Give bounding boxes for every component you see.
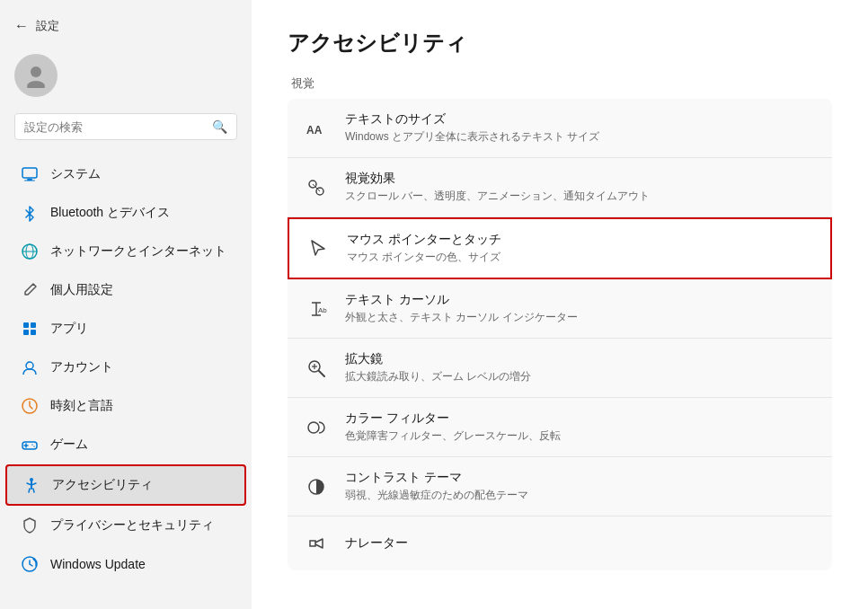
contrast-theme-text: コントラスト テーマ弱視、光線過敏症のための配色テーマ	[345, 470, 528, 503]
section-label: 視覚	[288, 75, 832, 92]
svg-rect-8	[23, 322, 29, 328]
sidebar-item-network[interactable]: ネットワークとインターネット	[5, 233, 246, 270]
sidebar-item-label-apps: アプリ	[50, 321, 88, 337]
magnifier-icon	[302, 354, 331, 383]
time-icon	[20, 396, 40, 416]
settings-item-color-filter[interactable]: カラー フィルター色覚障害フィルター、グレースケール、反転	[288, 398, 832, 457]
text-cursor-text: テキスト カーソル外観と太さ、テキスト カーソル インジケーター	[345, 292, 578, 325]
sidebar-item-time[interactable]: 時刻と言語	[5, 387, 246, 425]
color-filter-title: カラー フィルター	[345, 410, 561, 427]
narrator-icon	[302, 529, 331, 558]
settings-item-visual-effects[interactable]: 視覚効果スクロール バー、透明度、アニメーション、通知タイムアウト	[288, 158, 832, 217]
accessibility-icon	[22, 475, 41, 495]
gaming-icon	[20, 435, 40, 455]
page-title: アクセシビリティ	[288, 29, 832, 57]
visual-effects-desc: スクロール バー、透明度、アニメーション、通知タイムアウト	[345, 189, 650, 204]
back-button[interactable]: ← 設定	[0, 11, 252, 41]
sidebar-item-label-system: システム	[50, 166, 101, 182]
sidebar: ← 設定 🔍 システムBluetooth とデバイスネットワークとインターネット…	[0, 0, 252, 609]
sidebar-item-label-time: 時刻と言語	[50, 398, 113, 414]
search-icon: 🔍	[212, 119, 227, 134]
accounts-icon	[20, 357, 40, 377]
magnifier-text: 拡大鏡拡大鏡読み取り、ズーム レベルの増分	[345, 351, 531, 384]
svg-rect-2	[22, 168, 37, 178]
sidebar-item-accounts[interactable]: アカウント	[5, 349, 246, 386]
svg-point-18	[33, 446, 34, 446]
sidebar-item-gaming[interactable]: ゲーム	[5, 426, 246, 463]
sidebar-item-label-accounts: アカウント	[50, 359, 113, 375]
settings-item-text-size[interactable]: AAテキストのサイズWindows とアプリ全体に表示されるテキスト サイズ	[288, 99, 832, 158]
text-cursor-icon: Ab	[302, 295, 331, 323]
sidebar-item-apps[interactable]: アプリ	[5, 310, 246, 348]
text-size-icon: AA	[302, 114, 331, 143]
sidebar-item-label-windows-update: Windows Update	[50, 557, 146, 571]
sidebar-item-accessibility[interactable]: アクセシビリティ	[5, 464, 246, 506]
svg-point-12	[26, 362, 33, 369]
personalization-icon	[20, 280, 40, 300]
text-cursor-title: テキスト カーソル	[345, 292, 578, 308]
search-box[interactable]: 🔍	[14, 113, 237, 140]
sidebar-item-bluetooth[interactable]: Bluetooth とデバイス	[5, 194, 246, 232]
color-filter-desc: 色覚障害フィルター、グレースケール、反転	[345, 428, 561, 444]
narrator-text: ナレーター	[345, 535, 408, 552]
sidebar-item-label-bluetooth: Bluetooth とデバイス	[50, 205, 170, 221]
text-size-text: テキストのサイズWindows とアプリ全体に表示されるテキスト サイズ	[345, 111, 599, 145]
text-size-desc: Windows とアプリ全体に表示されるテキスト サイズ	[345, 129, 599, 145]
magnifier-desc: 拡大鏡読み取り、ズーム レベルの増分	[345, 369, 531, 384]
sidebar-item-system[interactable]: システム	[5, 155, 246, 193]
apps-icon	[20, 319, 40, 339]
svg-line-31	[319, 371, 324, 376]
svg-point-34	[308, 422, 319, 433]
settings-item-contrast-theme[interactable]: コントラスト テーマ弱視、光線過敏症のための配色テーマ	[288, 457, 832, 516]
text-cursor-desc: 外観と太さ、テキスト カーソル インジケーター	[345, 310, 578, 325]
avatar-section	[0, 45, 252, 113]
svg-text:Ab: Ab	[318, 306, 327, 314]
text-size-title: テキストのサイズ	[345, 111, 599, 128]
svg-point-0	[31, 66, 41, 77]
visual-effects-text: 視覚効果スクロール バー、透明度、アニメーション、通知タイムアウト	[345, 171, 650, 204]
visual-effects-title: 視覚効果	[345, 171, 650, 187]
contrast-theme-icon	[302, 472, 331, 501]
settings-label: 設定	[36, 18, 59, 34]
settings-item-text-cursor[interactable]: Abテキスト カーソル外観と太さ、テキスト カーソル インジケーター	[288, 279, 832, 339]
svg-rect-4	[24, 181, 35, 181]
settings-item-mouse-pointer[interactable]: マウス ポインターとタッチマウス ポインターの色、サイズ	[288, 217, 832, 279]
mouse-pointer-desc: マウス ポインターの色、サイズ	[347, 250, 501, 265]
mouse-pointer-text: マウス ポインターとタッチマウス ポインターの色、サイズ	[347, 232, 501, 265]
bluetooth-icon	[20, 203, 40, 223]
svg-point-17	[31, 444, 32, 445]
avatar	[14, 54, 58, 97]
sidebar-item-label-network: ネットワークとインターネット	[50, 243, 226, 260]
sidebar-item-privacy[interactable]: プライバシーとセキュリティ	[5, 507, 246, 544]
nav-list: システムBluetooth とデバイスネットワークとインターネット個人用設定アプ…	[0, 154, 252, 584]
mouse-pointer-title: マウス ポインターとタッチ	[347, 232, 501, 248]
settings-list: AAテキストのサイズWindows とアプリ全体に表示されるテキスト サイズ視覚…	[288, 99, 832, 570]
magnifier-title: 拡大鏡	[345, 351, 531, 367]
sidebar-item-label-accessibility: アクセシビリティ	[52, 477, 153, 493]
sidebar-item-label-personalization: 個人用設定	[50, 282, 113, 298]
visual-effects-icon	[302, 173, 331, 202]
main-content: アクセシビリティ 視覚 AAテキストのサイズWindows とアプリ全体に表示さ…	[252, 0, 868, 609]
windows-update-icon	[20, 554, 40, 574]
search-input[interactable]	[24, 120, 205, 134]
sidebar-item-personalization[interactable]: 個人用設定	[5, 271, 246, 309]
settings-item-narrator[interactable]: ナレーター	[288, 516, 832, 570]
svg-point-1	[27, 81, 45, 88]
mouse-pointer-icon	[304, 234, 332, 263]
svg-rect-10	[23, 330, 29, 335]
color-filter-text: カラー フィルター色覚障害フィルター、グレースケール、反転	[345, 410, 561, 444]
sidebar-item-label-privacy: プライバシーとセキュリティ	[50, 517, 214, 534]
privacy-icon	[20, 516, 40, 535]
svg-rect-9	[31, 322, 36, 328]
svg-text:AA: AA	[306, 124, 323, 137]
settings-item-magnifier[interactable]: 拡大鏡拡大鏡読み取り、ズーム レベルの増分	[288, 339, 832, 398]
sidebar-item-windows-update[interactable]: Windows Update	[5, 545, 246, 583]
svg-rect-11	[31, 330, 36, 335]
network-icon	[20, 242, 40, 261]
color-filter-icon	[302, 413, 331, 442]
sidebar-item-label-gaming: ゲーム	[50, 437, 88, 453]
contrast-theme-title: コントラスト テーマ	[345, 470, 528, 486]
narrator-title: ナレーター	[345, 535, 408, 552]
contrast-theme-desc: 弱視、光線過敏症のための配色テーマ	[345, 488, 528, 503]
back-arrow-icon: ←	[14, 18, 29, 34]
